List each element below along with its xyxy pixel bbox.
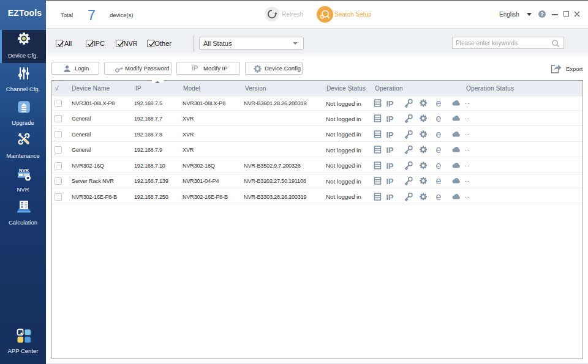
svg-text:e: e <box>436 176 442 186</box>
svg-text:IP: IP <box>386 146 394 155</box>
svg-text:NVR: NVR <box>19 167 29 173</box>
svg-text:e: e <box>436 144 442 155</box>
svg-text:IP: IP <box>386 130 394 139</box>
svg-text:IP: IP <box>386 115 394 124</box>
svg-text:e: e <box>436 160 442 171</box>
svg-text:e: e <box>436 191 442 202</box>
svg-text:e: e <box>436 98 442 108</box>
svg-text:IP: IP <box>386 177 394 186</box>
svg-text:IP: IP <box>386 100 394 108</box>
svg-text:e: e <box>436 129 442 139</box>
svg-text:IP: IP <box>386 193 394 201</box>
svg-text:IP: IP <box>386 162 394 170</box>
svg-text:e: e <box>436 113 442 124</box>
